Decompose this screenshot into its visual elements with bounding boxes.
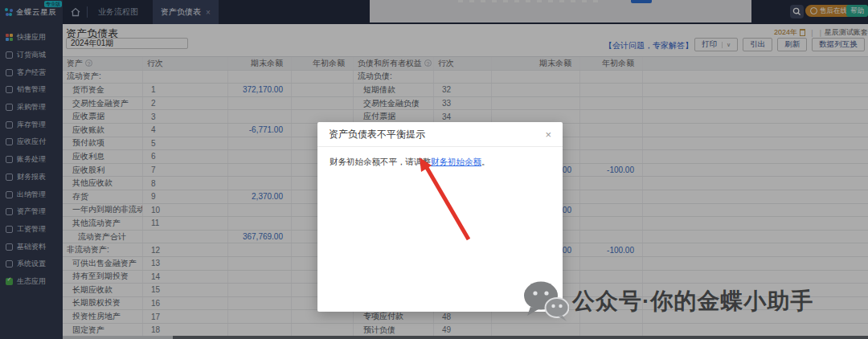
- initial-balance-link[interactable]: 财务初始余额: [431, 157, 481, 166]
- dialog-header: 资产负债表不平衡提示 ×: [317, 122, 563, 147]
- dialog-title: 资产负债表不平衡提示: [329, 128, 425, 141]
- dialog-body: 财务初始余额不平，请调整财务初始余额。: [317, 147, 563, 178]
- kingdee-app-window: 金蝶云星辰 专业版 快捷应用订货商城客户经营销售管理采购管理库存管理应收应付账务…: [0, 0, 868, 339]
- watermark-text: 公众号·你的金蝶小助手: [572, 286, 813, 317]
- close-icon[interactable]: ×: [545, 129, 551, 141]
- watermark: 公众号·你的金蝶小助手: [522, 280, 813, 323]
- wechat-icon: [522, 280, 569, 322]
